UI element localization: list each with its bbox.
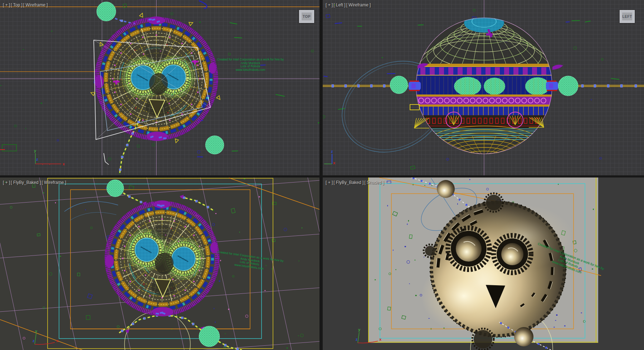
watermark-line: www.lotsofrobots.com (215, 68, 286, 72)
svg-text:z: z (36, 157, 38, 161)
viewport-menu-icon[interactable]: [ + ] (3, 3, 10, 8)
left-view-scene: zyx (323, 0, 644, 175)
svg-text:y: y (358, 327, 361, 332)
viewport-label: [ + ][ Top ][ Wireframe ] (3, 3, 48, 8)
viewport-pov-label[interactable]: [ FlyBy_Baked ] (333, 180, 364, 185)
viewport-flyby-shaded[interactable]: yxz [ + ][ FlyBy_Baked ][ Shaded ] Creat… (323, 178, 644, 350)
svg-text:z: z (356, 337, 358, 341)
watermark-text: Created for Intel Corporation as a work … (215, 58, 286, 72)
viewport-grid: yxz [ + ][ Top ][ Wireframe ] TOP Create… (0, 0, 644, 350)
svg-text:z: z (331, 149, 333, 154)
svg-text:x: x (333, 161, 336, 165)
viewport-menu-icon[interactable]: [ + ] (3, 180, 10, 185)
svg-text:x: x (63, 162, 65, 166)
viewport-shading-label[interactable]: [ Wireframe ] (23, 3, 48, 8)
viewport-shading-label[interactable]: [ Wireframe ] (346, 3, 371, 8)
viewport-pov-label[interactable]: [ Top ] (11, 3, 22, 8)
svg-text:z: z (33, 339, 35, 343)
viewport-pov-label[interactable]: [ Left ] (333, 3, 345, 8)
svg-text:x: x (379, 337, 382, 341)
top-view-scene: yxz (0, 0, 319, 175)
viewport-flyby-wireframe[interactable]: yxz [ + ][ FlyBy_Baked ][ Wireframe ] Cr… (0, 178, 319, 350)
viewport-label: [ + ][ FlyBy_Baked ][ Shaded ] (326, 180, 385, 185)
viewport-top[interactable]: yxz [ + ][ Top ][ Wireframe ] TOP Create… (0, 0, 319, 175)
viewport-menu-icon[interactable]: [ + ] (326, 3, 333, 8)
viewport-label: [ + ][ Left ][ Wireframe ] (326, 3, 371, 8)
viewport-label: [ + ][ FlyBy_Baked ][ Wireframe ] (3, 180, 67, 185)
viewcube-top[interactable]: TOP (299, 10, 314, 23)
svg-text:y: y (35, 329, 38, 333)
viewport-splitter-horizontal[interactable] (0, 175, 644, 178)
viewport-splitter-vertical[interactable] (319, 0, 323, 350)
svg-text:y: y (34, 149, 36, 153)
viewport-shading-label[interactable]: [ Shaded ] (364, 180, 384, 185)
svg-text:x: x (56, 339, 59, 343)
viewport-shading-label[interactable]: [ Wireframe ] (42, 180, 66, 185)
viewport-pov-label[interactable]: [ FlyBy_Baked ] (11, 180, 41, 185)
viewport-left[interactable]: zyx [ + ][ Left ][ Wireframe ] LEFT (323, 0, 644, 175)
viewcube-left[interactable]: LEFT (620, 10, 635, 23)
viewport-menu-icon[interactable]: [ + ] (326, 180, 333, 185)
